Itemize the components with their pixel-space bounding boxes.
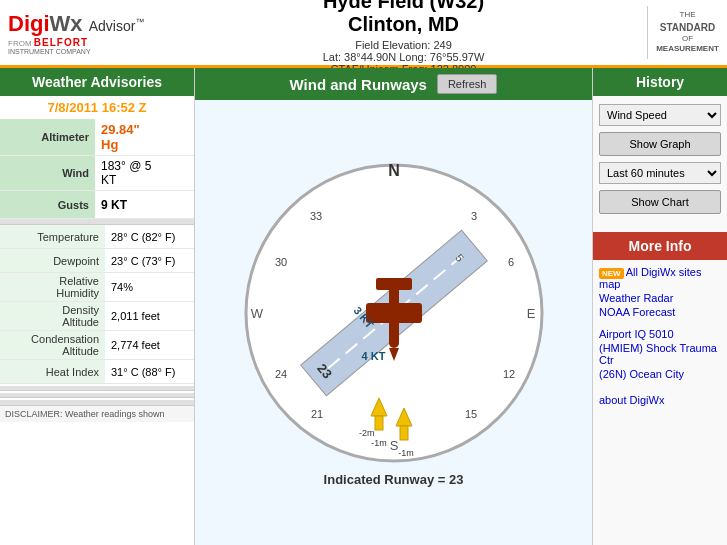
svg-rect-19 <box>376 278 412 290</box>
svg-text:15: 15 <box>464 408 476 420</box>
standard-the: THE <box>652 10 723 20</box>
noaa-forecast-link[interactable]: NOAA Forecast <box>599 306 721 318</box>
logo-area: DigiWx Advisor™ FROM BELFORT INSTRUMENT … <box>0 5 160 61</box>
temperature-label: Temperature <box>0 225 105 248</box>
runway-label: Indicated Runway = 23 <box>324 472 464 487</box>
svg-text:24: 24 <box>274 368 286 380</box>
compass-svg: N S W E 33 3 6 12 15 21 24 <box>239 158 549 468</box>
heat-index-row: Heat Index 31° C (88° F) <box>0 360 194 384</box>
all-digiwx-link[interactable]: NEWAll DigiWx sites map <box>599 266 721 290</box>
standard-of: OF <box>652 34 723 44</box>
logo-instrument: INSTRUMENT COMPANY <box>8 48 152 55</box>
wind-title: Wind and Runways <box>290 76 427 93</box>
app-header: DigiWx Advisor™ FROM BELFORT INSTRUMENT … <box>0 0 727 68</box>
left-panel: Weather Advisories 7/8/2011 16:52 Z Alti… <box>0 68 195 545</box>
humidity-label: RelativeHumidity <box>0 273 105 301</box>
wind-value: 183° @ 5KT <box>95 156 194 190</box>
temperature-value: 28° C (82° F) <box>105 229 194 245</box>
station-location: Clinton, MD <box>164 13 643 36</box>
condensation-altitude-label: CondensationAltitude <box>0 331 105 359</box>
svg-text:12: 12 <box>502 368 514 380</box>
svg-rect-25 <box>400 426 408 440</box>
condensation-altitude-row: CondensationAltitude 2,774 feet <box>0 331 194 360</box>
standard-standard: STANDARD <box>652 21 723 34</box>
gusts-value: 9 KT <box>95 195 194 215</box>
info-gap <box>599 320 721 328</box>
logo-digi-text: Digi <box>8 11 50 36</box>
svg-text:N: N <box>388 162 400 179</box>
airport-iq-link[interactable]: Airport IQ 5010 <box>599 328 721 340</box>
right-panel: History Wind Speed Show Graph Last 60 mi… <box>592 68 727 545</box>
station-name: Hyde Field (W32) <box>164 0 643 13</box>
svg-text:-1m: -1m <box>371 438 387 448</box>
standard-logo: THE STANDARD OF MEASUREMENT <box>647 6 727 58</box>
wind-row: Wind 183° @ 5KT <box>0 156 194 191</box>
refresh-button[interactable]: Refresh <box>437 74 498 94</box>
weather-radar-link[interactable]: Weather Radar <box>599 292 721 304</box>
more-info-content: NEWAll DigiWx sites map Weather Radar NO… <box>593 260 727 414</box>
altimeter-row: Altimeter 29.84"Hg <box>0 119 194 156</box>
density-altitude-label: DensityAltitude <box>0 302 105 330</box>
svg-text:21: 21 <box>310 408 322 420</box>
compass-area: N S W E 33 3 6 12 15 21 24 <box>195 100 592 545</box>
svg-text:3: 3 <box>470 210 476 222</box>
history-content: Wind Speed Show Graph Last 60 minutes Sh… <box>593 96 727 228</box>
show-chart-button[interactable]: Show Chart <box>599 190 721 214</box>
logo-wx-text: Wx <box>50 11 83 36</box>
svg-text:33: 33 <box>309 210 321 222</box>
station-latlong: Lat: 38°44.90N Long: 76°55.97W <box>164 51 643 63</box>
weather-advisories-header: Weather Advisories <box>0 68 194 96</box>
time-select[interactable]: Last 60 minutes <box>599 162 721 184</box>
svg-text:-1m: -1m <box>398 448 414 458</box>
gusts-label: Gusts <box>0 191 95 218</box>
dewpoint-row: Dewpoint 23° C (73° F) <box>0 249 194 273</box>
dewpoint-label: Dewpoint <box>0 249 105 272</box>
svg-text:30: 30 <box>274 256 286 268</box>
svg-text:W: W <box>250 306 263 321</box>
wind-speed-select[interactable]: Wind Speed <box>599 104 721 126</box>
hmiem-link[interactable]: (HMIEM) Shock Trauma Ctr <box>599 342 721 366</box>
gusts-row: Gusts 9 KT <box>0 191 194 219</box>
wind-header: Wind and Runways Refresh <box>195 68 592 100</box>
condensation-altitude-value: 2,774 feet <box>105 337 194 353</box>
humidity-row: RelativeHumidity 74% <box>0 273 194 302</box>
dewpoint-value: 23° C (73° F) <box>105 253 194 269</box>
about-digiwx-link[interactable]: about DigiWx <box>599 394 721 406</box>
logo-advisor-text: Advisor™ <box>89 18 145 34</box>
density-altitude-row: DensityAltitude 2,011 feet <box>0 302 194 331</box>
timestamp: 7/8/2011 16:52 Z <box>0 96 194 119</box>
altimeter-label: Altimeter <box>0 119 95 155</box>
main-content: Weather Advisories 7/8/2011 16:52 Z Alti… <box>0 68 727 545</box>
standard-measurement: MEASUREMENT <box>652 44 723 54</box>
divider2 <box>0 386 194 391</box>
svg-text:6: 6 <box>507 256 513 268</box>
info-gap2 <box>599 382 721 390</box>
density-altitude-value: 2,011 feet <box>105 308 194 324</box>
center-panel: Wind and Runways Refresh N S W E 33 3 6 <box>195 68 592 545</box>
humidity-value: 74% <box>105 279 194 295</box>
wind-label: Wind <box>0 156 95 190</box>
temperature-row: Temperature 28° C (82° F) <box>0 225 194 249</box>
station-elevation: Field Elevation: 249 <box>164 39 643 51</box>
logo-belfort: BELFORT <box>34 37 88 48</box>
history-header: History <box>593 68 727 96</box>
logo-from: FROM BELFORT <box>8 37 152 48</box>
svg-rect-22 <box>375 416 383 430</box>
svg-text:E: E <box>526 306 535 321</box>
svg-text:-2m: -2m <box>359 428 375 438</box>
altimeter-value: 29.84"Hg <box>95 119 194 155</box>
new-badge: NEW <box>599 268 624 279</box>
show-graph-button[interactable]: Show Graph <box>599 132 721 156</box>
heat-index-label: Heat Index <box>0 360 105 383</box>
ocean-city-link[interactable]: (26N) Ocean City <box>599 368 721 380</box>
svg-text:4 KT: 4 KT <box>361 350 385 362</box>
more-info-header: More Info <box>593 232 727 260</box>
divider3 <box>0 393 194 398</box>
heat-index-value: 31° C (88° F) <box>105 364 194 380</box>
disclaimer: DISCLAIMER: Weather readings shown <box>0 405 194 422</box>
